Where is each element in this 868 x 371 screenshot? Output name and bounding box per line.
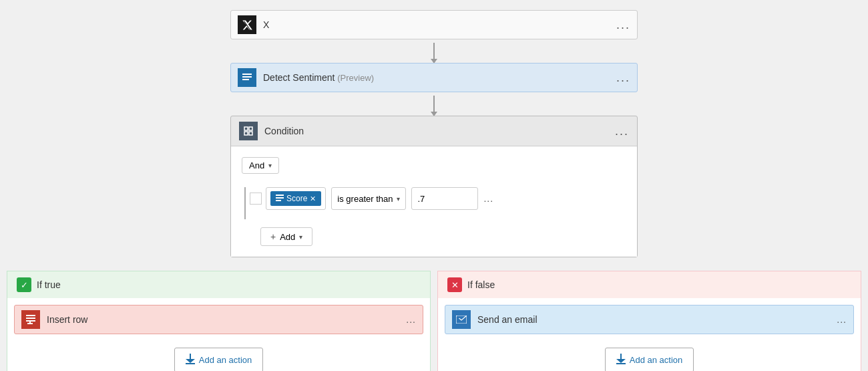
twitter-block-menu[interactable]: ... — [616, 18, 630, 32]
svg-marker-16 — [186, 359, 195, 363]
operator-dropdown[interactable]: is greater than ▾ — [331, 187, 406, 210]
svg-rect-4 — [249, 127, 252, 130]
sentiment-block-title: Detect Sentiment (Preview) — [263, 72, 611, 83]
arrow-1 — [433, 39, 435, 63]
send-email-icon — [452, 310, 471, 329]
svg-rect-1 — [242, 76, 252, 78]
condition-block-title: Condition — [264, 126, 610, 136]
send-email-title: Send an email — [477, 314, 847, 325]
svg-rect-5 — [244, 132, 248, 135]
svg-rect-0 — [242, 74, 252, 75]
svg-rect-19 — [457, 316, 459, 318]
add-action-false-icon — [616, 354, 626, 366]
panel-false: ✕ If false Send an email — [437, 271, 861, 371]
add-plus-icon: + — [270, 231, 276, 242]
svg-rect-2 — [242, 79, 249, 80]
svg-marker-21 — [616, 359, 626, 363]
twitter-block-title: X — [263, 19, 611, 30]
sentiment-block: Detect Sentiment (Preview) ... — [230, 63, 638, 92]
add-action-true-icon — [186, 354, 195, 366]
svg-rect-7 — [276, 195, 284, 196]
if-true-label: If true — [37, 279, 61, 290]
panel-true-body: Insert row ... Add — [7, 298, 430, 371]
svg-rect-6 — [249, 132, 252, 135]
panel-true-header: ✓ If true — [7, 271, 430, 298]
score-chip: Score ✕ — [266, 187, 326, 210]
score-label: Score — [286, 194, 307, 203]
condition-row-wrapper: Score ✕ is greater than ▾ ... — [244, 182, 626, 219]
add-action-true-button[interactable]: Add an action — [174, 348, 264, 371]
svg-rect-11 — [26, 318, 35, 319]
insert-row-icon — [21, 310, 40, 329]
twitter-block: X ... — [230, 10, 638, 39]
svg-rect-3 — [244, 127, 248, 130]
insert-row-menu[interactable]: ... — [406, 314, 416, 325]
add-action-false-button[interactable]: Add an action — [605, 348, 694, 371]
svg-rect-12 — [26, 320, 35, 322]
svg-rect-10 — [26, 315, 35, 316]
panel-false-header: ✕ If false — [438, 271, 861, 298]
and-dropdown[interactable]: And ▾ — [242, 157, 279, 174]
twitter-icon — [238, 15, 256, 34]
svg-rect-14 — [27, 323, 33, 324]
add-condition-button[interactable]: + Add ▾ — [260, 227, 312, 246]
send-email-block: Send an email ... — [445, 305, 854, 334]
send-email-menu[interactable]: ... — [837, 314, 847, 325]
svg-rect-9 — [276, 200, 281, 201]
condition-block: Condition ... And ▾ — [230, 116, 638, 257]
condition-row: Score ✕ is greater than ▾ ... — [250, 187, 493, 210]
sentiment-block-menu[interactable]: ... — [616, 71, 630, 85]
branch-lines — [244, 182, 246, 219]
add-action-false-container: Add an action — [445, 341, 854, 371]
condition-checkbox[interactable] — [250, 193, 262, 205]
svg-rect-17 — [186, 363, 195, 364]
bottom-panels: ✓ If true — [0, 271, 868, 371]
panel-false-body: Send an email ... — [438, 298, 861, 371]
sentiment-icon — [238, 68, 256, 87]
condition-body: And ▾ — [231, 146, 637, 257]
true-badge: ✓ — [17, 277, 31, 292]
svg-rect-22 — [616, 363, 626, 364]
insert-row-title: Insert row — [47, 314, 416, 325]
svg-rect-8 — [276, 197, 284, 199]
score-close-icon[interactable]: ✕ — [310, 195, 316, 203]
arrow-2 — [433, 92, 435, 116]
condition-block-menu[interactable]: ... — [615, 124, 629, 138]
condition-row-menu[interactable]: ... — [483, 193, 493, 204]
insert-row-block: Insert row ... — [14, 305, 423, 334]
condition-icon — [239, 122, 258, 140]
condition-block-header: Condition ... — [231, 116, 637, 146]
and-chevron-icon: ▾ — [268, 162, 272, 169]
false-badge: ✕ — [447, 277, 462, 292]
panel-true: ✓ If true — [7, 271, 431, 371]
add-action-true-container: Add an action — [14, 341, 423, 371]
check-icon: ✓ — [21, 280, 28, 290]
value-input[interactable] — [411, 187, 478, 210]
add-chevron-icon: ▾ — [299, 233, 302, 241]
operator-chevron-icon: ▾ — [397, 195, 400, 203]
if-false-label: If false — [467, 279, 495, 290]
close-icon: ✕ — [451, 280, 459, 290]
